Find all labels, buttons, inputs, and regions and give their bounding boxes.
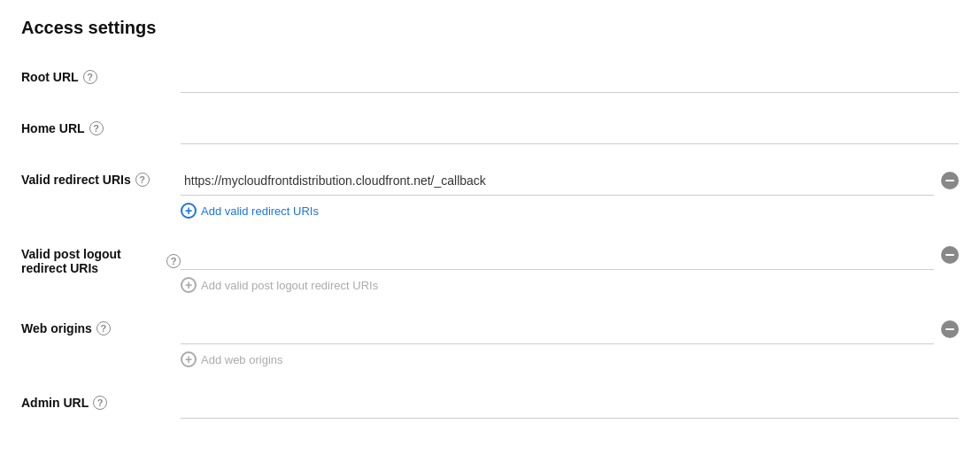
- root-url-content: [181, 63, 959, 93]
- admin-url-input[interactable]: [181, 389, 959, 419]
- add-valid-post-logout-icon: +: [181, 277, 197, 293]
- valid-redirect-uris-label-text: Valid redirect URIs: [21, 173, 131, 187]
- root-url-help-icon[interactable]: ?: [83, 70, 97, 84]
- root-url-label: Root URL ?: [21, 63, 181, 84]
- valid-redirect-uri-entry-0: [181, 166, 959, 196]
- valid-post-logout-row: Valid post logout redirect URIs ? + Add …: [21, 240, 959, 293]
- valid-post-logout-entry-0: [181, 240, 959, 270]
- add-valid-redirect-uri-link[interactable]: + Add valid redirect URIs: [181, 203, 319, 219]
- valid-post-logout-content: + Add valid post logout redirect URIs: [181, 240, 959, 293]
- valid-post-logout-label: Valid post logout redirect URIs ?: [21, 240, 181, 275]
- admin-url-label-text: Admin URL: [21, 396, 89, 410]
- remove-web-origins-button-0[interactable]: [941, 320, 959, 338]
- web-origins-input-0[interactable]: [181, 314, 934, 344]
- valid-post-logout-input-0[interactable]: [181, 240, 934, 270]
- admin-url-input-row: [181, 389, 959, 419]
- root-url-input-row: [181, 63, 959, 93]
- home-url-row: Home URL ?: [21, 114, 959, 144]
- page-title: Access settings: [21, 18, 959, 38]
- root-url-input[interactable]: [181, 63, 959, 93]
- root-url-row: Root URL ?: [21, 63, 959, 93]
- valid-redirect-uris-row: Valid redirect URIs ? + Add valid redire…: [21, 166, 959, 219]
- web-origins-help-icon[interactable]: ?: [96, 321, 111, 335]
- home-url-content: [181, 114, 959, 144]
- add-valid-redirect-uri-icon: +: [181, 203, 197, 219]
- web-origins-label-text: Web origins: [21, 321, 92, 335]
- valid-redirect-uris-help-icon[interactable]: ?: [135, 173, 150, 187]
- add-valid-post-logout-label: Add valid post logout redirect URIs: [201, 279, 378, 292]
- home-url-label: Home URL ?: [21, 114, 181, 135]
- remove-valid-redirect-uri-button-0[interactable]: [941, 172, 959, 189]
- add-web-origins-icon: +: [181, 351, 197, 367]
- remove-valid-post-logout-button-0[interactable]: [941, 246, 959, 264]
- valid-post-logout-label-text: Valid post logout redirect URIs: [21, 247, 162, 275]
- web-origins-entry-0: [181, 314, 959, 344]
- admin-url-content: [181, 389, 959, 419]
- home-url-input-row: [181, 114, 959, 144]
- admin-url-row: Admin URL ?: [21, 389, 959, 419]
- valid-redirect-uris-content: + Add valid redirect URIs: [181, 166, 959, 219]
- admin-url-label: Admin URL ?: [21, 389, 181, 410]
- add-valid-redirect-uri-label: Add valid redirect URIs: [201, 204, 319, 218]
- root-url-label-text: Root URL: [21, 70, 79, 84]
- web-origins-content: + Add web origins: [181, 314, 959, 367]
- home-url-label-text: Home URL: [21, 121, 85, 135]
- add-valid-post-logout-link[interactable]: + Add valid post logout redirect URIs: [181, 277, 378, 293]
- valid-redirect-uris-label: Valid redirect URIs ?: [21, 166, 181, 187]
- web-origins-label: Web origins ?: [21, 314, 181, 335]
- add-web-origins-link[interactable]: + Add web origins: [181, 351, 283, 367]
- home-url-help-icon[interactable]: ?: [89, 121, 104, 135]
- add-web-origins-label: Add web origins: [201, 353, 283, 366]
- web-origins-row: Web origins ? + Add web origins: [21, 314, 959, 367]
- home-url-input[interactable]: [181, 114, 959, 144]
- valid-redirect-uri-input-0[interactable]: [181, 166, 934, 196]
- admin-url-help-icon[interactable]: ?: [93, 396, 107, 410]
- valid-post-logout-help-icon[interactable]: ?: [166, 254, 181, 268]
